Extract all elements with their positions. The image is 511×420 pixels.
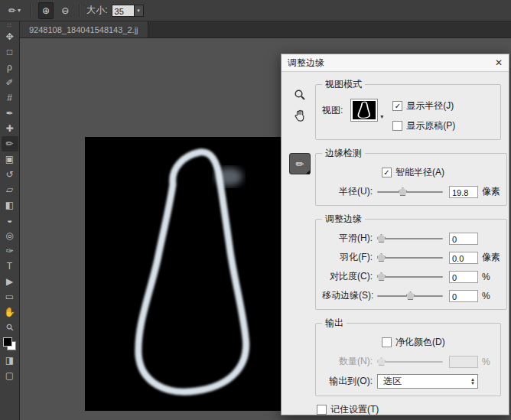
photoshop-window: ✏ ▾ ⊕ ⊖ 大小: 35 ▾ 9248108_184041548143_2.… xyxy=(0,0,511,420)
color-swatches[interactable] xyxy=(3,337,16,350)
amount-input xyxy=(449,356,478,368)
remember-settings-label: 记住设置(T) xyxy=(330,403,379,416)
pear-outline-image xyxy=(85,137,303,411)
radius-input[interactable]: 19.8 xyxy=(449,186,478,198)
dialog-title-bar[interactable]: 调整边缘 ✕ xyxy=(282,54,509,72)
dialog-body: 视图模式 视图: ▾ xyxy=(282,72,509,415)
view-mode-legend: 视图模式 xyxy=(322,78,365,91)
gradient-tool[interactable]: ◧ xyxy=(2,197,18,213)
foreground-color-swatch[interactable] xyxy=(3,337,12,347)
path-selection-tool[interactable]: ▶ xyxy=(2,274,18,289)
brush-size-input[interactable]: 35 xyxy=(112,5,135,17)
smooth-slider[interactable] xyxy=(377,234,443,243)
smooth-label: 平滑(H): xyxy=(322,232,377,245)
amount-slider xyxy=(377,357,443,366)
healing-brush-tool[interactable]: ✚ xyxy=(2,121,18,136)
slider-thumb[interactable] xyxy=(377,253,386,262)
amount-row: 数量(N): % xyxy=(322,355,494,368)
remember-settings-checkbox[interactable]: 记住设置(T) xyxy=(317,403,501,416)
view-thumbnail-dropdown[interactable] xyxy=(350,99,378,122)
chevron-down-icon: ▾ xyxy=(18,7,21,14)
feather-unit: 像素 xyxy=(482,251,500,264)
shift-edge-input[interactable]: 0 xyxy=(449,290,478,302)
move-tool[interactable]: ✥ xyxy=(2,29,18,44)
shift-edge-slider[interactable] xyxy=(377,291,443,300)
smart-radius-checkbox[interactable]: ✓ 智能半径(A) xyxy=(382,166,500,179)
toolbox-grip: ∷ xyxy=(8,22,11,29)
eraser-tool[interactable]: ▱ xyxy=(2,182,18,197)
decontaminate-checkbox[interactable]: 净化颜色(D) xyxy=(382,336,494,349)
quick-mask-button[interactable]: ◨ xyxy=(2,353,18,368)
feather-label: 羽化(F): xyxy=(322,251,377,264)
smart-radius-label: 智能半径(A) xyxy=(395,166,444,179)
refine-edge-dialog: 调整边缘 ✕ ✏ ◢ 视图模式 xyxy=(281,54,509,415)
slider-track[interactable] xyxy=(377,238,443,239)
marquee-tool[interactable]: □ xyxy=(2,44,18,60)
edge-detection-legend: 边缘检测 xyxy=(322,147,365,160)
show-original-label: 显示原稿(P) xyxy=(406,119,455,132)
dodge-tool[interactable]: ◎ xyxy=(2,228,18,243)
slider-thumb[interactable] xyxy=(406,291,415,300)
document-tab[interactable]: 9248108_184041548143_2.jj xyxy=(20,21,148,37)
separator xyxy=(31,4,32,18)
canvas[interactable] xyxy=(85,137,303,411)
shape-tool[interactable]: ▭ xyxy=(2,289,18,304)
checkbox-box xyxy=(382,337,392,347)
show-radius-checkbox[interactable]: ✓ 显示半径(J) xyxy=(392,99,455,112)
contrast-input[interactable]: 0 xyxy=(449,271,478,283)
screen-mode-button[interactable]: ▢ xyxy=(2,368,18,383)
output-to-select[interactable]: 选区 ▲ ▼ xyxy=(377,374,478,389)
refine-radius-tool-button[interactable]: ⊕ xyxy=(38,2,54,19)
show-radius-label: 显示半径(J) xyxy=(406,99,454,112)
document-tab-title: 9248108_184041548143_2.jj xyxy=(29,25,138,34)
slider-track xyxy=(377,361,443,363)
feather-input[interactable]: 0.0 xyxy=(449,252,478,264)
tool-preset-button[interactable]: ✏ ▾ xyxy=(5,2,24,19)
smooth-input[interactable]: 0 xyxy=(449,233,478,245)
dialog-title: 调整边缘 xyxy=(288,57,324,70)
contrast-slider[interactable] xyxy=(377,272,443,281)
separator xyxy=(79,4,80,18)
feather-slider[interactable] xyxy=(377,253,443,262)
output-legend: 输出 xyxy=(322,317,347,330)
chevron-down-icon[interactable]: ▾ xyxy=(380,113,383,120)
adjust-edge-legend: 调整边缘 xyxy=(322,213,365,226)
brush-add-icon: ⊕ xyxy=(42,5,50,16)
slider-thumb[interactable] xyxy=(377,272,386,281)
brush-tool[interactable]: ✏ xyxy=(2,136,18,151)
brush-preset-icon: ✏ xyxy=(8,5,16,16)
slider-track[interactable] xyxy=(377,276,443,278)
show-original-checkbox[interactable]: 显示原稿(P) xyxy=(392,119,455,132)
slider-thumb[interactable] xyxy=(399,187,407,196)
checkbox-box: ✓ xyxy=(382,168,392,177)
slider-track[interactable] xyxy=(377,191,443,193)
adjust-edge-group: 调整边缘 平滑(H): 0 羽化(F): 0.0 xyxy=(315,213,507,310)
decontaminate-label: 净化颜色(D) xyxy=(395,336,445,349)
slider-thumb[interactable] xyxy=(377,234,386,243)
chevron-down-icon: ▾ xyxy=(137,8,140,14)
amount-unit: % xyxy=(482,357,490,367)
view-label: 视图: xyxy=(322,104,347,117)
slider-thumb xyxy=(377,357,386,366)
history-brush-tool[interactable]: ↺ xyxy=(2,167,18,182)
blur-tool[interactable]: ◒ xyxy=(2,213,18,228)
lasso-tool[interactable]: ρ xyxy=(2,60,18,75)
erase-refinements-tool-button[interactable]: ⊖ xyxy=(57,2,73,19)
quick-selection-tool[interactable]: ✐ xyxy=(2,75,18,90)
options-bar: ✏ ▾ ⊕ ⊖ 大小: 35 ▾ xyxy=(0,0,511,21)
pen-tool[interactable]: ✑ xyxy=(2,243,18,259)
type-tool[interactable]: T xyxy=(2,259,18,274)
brush-size-dropdown[interactable]: ▾ xyxy=(135,5,144,17)
contrast-unit: % xyxy=(482,272,490,282)
shift-edge-label: 移动边缘(S): xyxy=(322,289,377,302)
amount-label: 数量(N): xyxy=(322,355,377,368)
view-mode-group: 视图模式 视图: ▾ xyxy=(315,78,501,140)
radius-slider[interactable] xyxy=(377,187,443,196)
tab-bar: 9248108_184041548143_2.jj xyxy=(20,21,511,38)
slider-track[interactable] xyxy=(377,257,443,259)
clone-stamp-tool[interactable]: ▣ xyxy=(2,151,18,167)
output-to-label: 输出到(O): xyxy=(322,375,377,388)
eyedropper-tool[interactable]: ✒ xyxy=(2,106,18,121)
close-icon[interactable]: ✕ xyxy=(495,57,503,68)
crop-tool[interactable]: # xyxy=(2,90,18,106)
